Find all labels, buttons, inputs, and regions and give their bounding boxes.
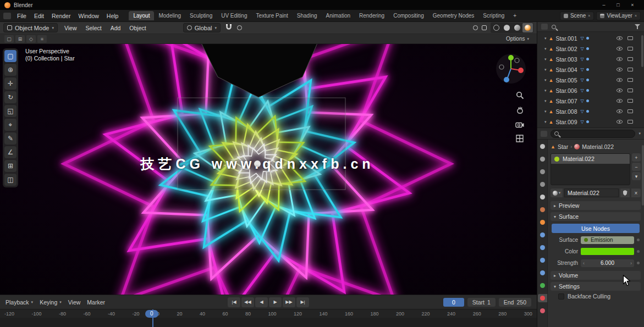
maximize-button[interactable]: □ [611, 0, 625, 10]
outliner-row[interactable]: ▾ ▲ Star.009 ▽ [537, 117, 644, 127]
playhead-frame-badge[interactable]: 0 [145, 310, 158, 318]
marker-menu[interactable]: Marker [87, 299, 105, 306]
menu-select[interactable]: Select [83, 24, 103, 32]
expand-icon[interactable]: ▾ [544, 47, 547, 51]
hide-viewport-toggle[interactable] [617, 88, 623, 92]
workspace-tab[interactable]: Layout [129, 11, 154, 20]
disable-render-toggle[interactable] [628, 57, 633, 61]
hide-viewport-toggle[interactable] [617, 120, 623, 124]
expand-icon[interactable]: ▾ [544, 68, 547, 72]
workspace-tab[interactable]: Animation [322, 11, 355, 20]
frame-end-field[interactable]: End250 [499, 298, 531, 307]
breadcrumb-object[interactable]: Star [558, 143, 568, 150]
workspace-tab[interactable]: Shading [293, 11, 322, 20]
tab-particles[interactable] [538, 243, 547, 252]
workspace-tab[interactable]: + [509, 11, 521, 20]
object-name[interactable]: Star.008 [555, 108, 577, 115]
tab-scene[interactable] [538, 193, 547, 201]
hide-viewport-toggle[interactable] [617, 99, 623, 103]
shading-material-button[interactable] [512, 23, 522, 32]
disable-render-toggle[interactable] [628, 47, 633, 51]
search-icon[interactable] [552, 25, 556, 29]
disable-render-toggle[interactable] [628, 120, 633, 124]
filter-icon[interactable] [635, 24, 640, 29]
chevron-down-icon[interactable]: × [588, 14, 590, 18]
jump-end-button[interactable]: ▶| [296, 297, 309, 307]
proportional-editing-icon[interactable] [237, 25, 242, 30]
close-button[interactable]: × [625, 0, 640, 10]
tab-render[interactable] [538, 155, 547, 163]
camera-view-icon[interactable] [515, 121, 524, 128]
hide-viewport-toggle[interactable] [617, 57, 623, 61]
section-settings[interactable]: ▾ Settings [551, 282, 641, 291]
shading-solid-button[interactable] [502, 23, 512, 32]
prev-keyframe-button[interactable]: ◀◀ [241, 297, 254, 307]
object-name[interactable]: Star.004 [555, 66, 577, 73]
active-tool-icon[interactable]: ▢ [4, 35, 14, 43]
cursor-tool[interactable]: ⊕ [4, 64, 16, 76]
disable-render-toggle[interactable] [628, 109, 633, 113]
playhead[interactable]: 0 [152, 309, 153, 327]
browse-material-button[interactable]: ▾ [551, 189, 563, 197]
timeline-ruler[interactable]: -120-100-80-60-40-2002040608010012014016… [0, 309, 537, 327]
properties-scrollbar[interactable] [642, 145, 644, 206]
editor-type-icon[interactable] [541, 24, 548, 30]
blender-logo-icon[interactable] [4, 2, 10, 8]
section-surface[interactable]: ▾ Surface [551, 212, 641, 221]
tab-object[interactable] [538, 218, 547, 226]
menu-file[interactable]: File [13, 12, 30, 20]
unlink-material-button[interactable]: × [631, 189, 641, 197]
navigation-gizmo[interactable] [495, 53, 527, 85]
backface-culling-checkbox[interactable] [558, 293, 564, 300]
expand-icon[interactable]: ▾ [544, 109, 547, 114]
tab-view-layer[interactable] [538, 180, 547, 189]
zoom-icon[interactable] [516, 91, 524, 99]
overlays-toggle-icon[interactable] [482, 25, 487, 30]
material-slot[interactable]: Material.022 [551, 154, 630, 164]
expand-icon[interactable]: ▾ [544, 57, 547, 62]
move-tool[interactable]: ✛ [4, 77, 16, 90]
outliner-row[interactable]: ▾ ▲ Star.006 ▽ [537, 85, 644, 96]
menu-window[interactable]: Window [74, 12, 102, 20]
current-frame-field[interactable]: 0 [443, 298, 464, 307]
select-box-tool[interactable]: ▢ [4, 50, 16, 62]
outliner-row[interactable]: ▾ ▲ Star.005 ▽ [537, 75, 644, 85]
animate-dot[interactable] [637, 250, 640, 253]
disable-render-toggle[interactable] [628, 68, 633, 71]
snap-magnet-icon[interactable] [225, 24, 232, 32]
object-name[interactable]: Star.003 [555, 56, 577, 63]
hide-viewport-toggle[interactable] [617, 78, 623, 82]
workspace-tab[interactable]: Texture Paint [251, 11, 292, 20]
object-name[interactable]: Star.007 [555, 98, 577, 104]
properties-search-input[interactable] [551, 130, 635, 138]
slot-specials-button[interactable]: ▾ [632, 172, 641, 180]
disable-render-toggle[interactable] [628, 99, 633, 103]
surface-shader-dropdown[interactable]: Emission [581, 236, 634, 244]
measure-tool[interactable]: ∠ [4, 146, 16, 158]
outliner-row[interactable]: ▾ ▲ Star.003 ▽ [537, 54, 644, 64]
filter-dropdown-icon[interactable]: ▾ [639, 131, 641, 136]
view-menu[interactable]: View [68, 299, 81, 306]
outliner-row[interactable]: ▾ ▲ Star.002 ▽ [537, 43, 644, 54]
object-name[interactable]: Star.001 [555, 35, 577, 42]
object-name[interactable]: Star.009 [555, 119, 577, 125]
add-slot-button[interactable]: + [632, 153, 641, 162]
outliner-row[interactable]: ▾ ▲ Star.001 ▽ [537, 33, 644, 43]
breadcrumb-material[interactable]: Material.022 [582, 143, 614, 150]
workspace-tab[interactable]: Compositing [389, 11, 428, 20]
play-reverse-button[interactable]: ◀ [255, 297, 268, 307]
playback-menu[interactable]: Playback▾ [5, 299, 33, 306]
shading-wireframe-button[interactable] [491, 23, 502, 32]
outliner-row[interactable]: ▾ ▲ Star.007 ▽ [537, 96, 644, 106]
workspace-tab[interactable]: Geometry Nodes [428, 11, 479, 20]
outliner-scrollbar[interactable] [641, 35, 643, 67]
section-volume[interactable]: ▸ Volume [551, 271, 641, 280]
tab-constraints[interactable] [538, 269, 547, 277]
chevron-down-icon[interactable]: × [635, 14, 637, 18]
hide-viewport-toggle[interactable] [617, 47, 623, 51]
pan-hand-icon[interactable] [516, 106, 524, 114]
gizmo-toggle-icon[interactable] [473, 25, 478, 30]
workspace-tab[interactable]: Modeling [154, 11, 185, 20]
next-keyframe-button[interactable]: ▶▶ [283, 297, 295, 307]
minimize-button[interactable]: – [597, 0, 611, 10]
